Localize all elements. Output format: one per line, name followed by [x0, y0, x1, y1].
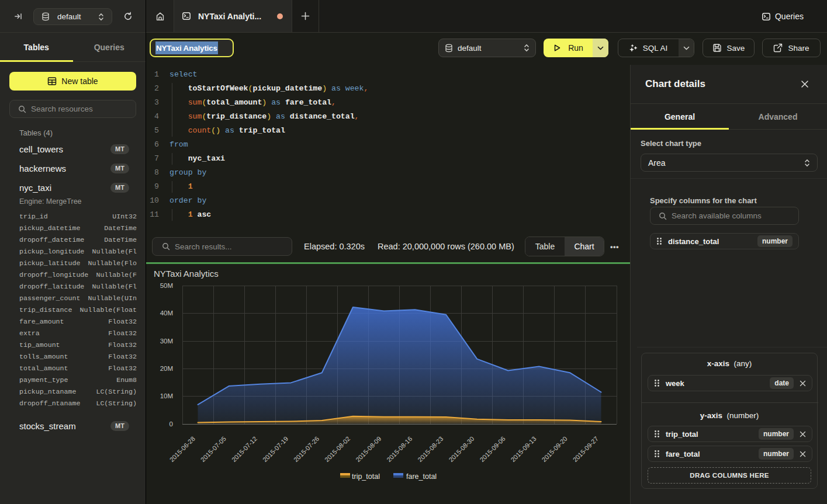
svg-text:2015-07-19: 2015-07-19 [261, 435, 289, 463]
svg-text:fare_total: fare_total [406, 472, 437, 481]
svg-text:2015-08-30: 2015-08-30 [447, 435, 475, 463]
svg-text:2015-08-23: 2015-08-23 [416, 435, 444, 463]
svg-text:NYTaxi Analytics: NYTaxi Analytics [154, 269, 219, 279]
svg-text:trip_total: trip_total [352, 472, 380, 481]
svg-text:2015-07-26: 2015-07-26 [292, 435, 320, 463]
svg-text:2015-09-06: 2015-09-06 [478, 435, 506, 463]
svg-text:10M: 10M [160, 392, 173, 399]
svg-text:2015-08-16: 2015-08-16 [385, 435, 413, 463]
svg-text:2015-08-02: 2015-08-02 [323, 435, 351, 463]
svg-text:2015-09-27: 2015-09-27 [572, 435, 600, 463]
svg-text:0: 0 [169, 420, 173, 427]
svg-text:2015-06-28: 2015-06-28 [168, 435, 196, 463]
svg-text:2015-09-20: 2015-09-20 [541, 435, 569, 463]
svg-text:50M: 50M [160, 282, 173, 289]
svg-text:30M: 30M [160, 338, 173, 345]
svg-text:40M: 40M [160, 310, 173, 317]
svg-text:2015-07-05: 2015-07-05 [199, 435, 227, 463]
svg-text:20M: 20M [160, 365, 173, 372]
svg-text:2015-09-13: 2015-09-13 [509, 435, 537, 463]
svg-text:2015-07-12: 2015-07-12 [230, 435, 258, 463]
svg-text:2015-08-09: 2015-08-09 [354, 435, 382, 463]
